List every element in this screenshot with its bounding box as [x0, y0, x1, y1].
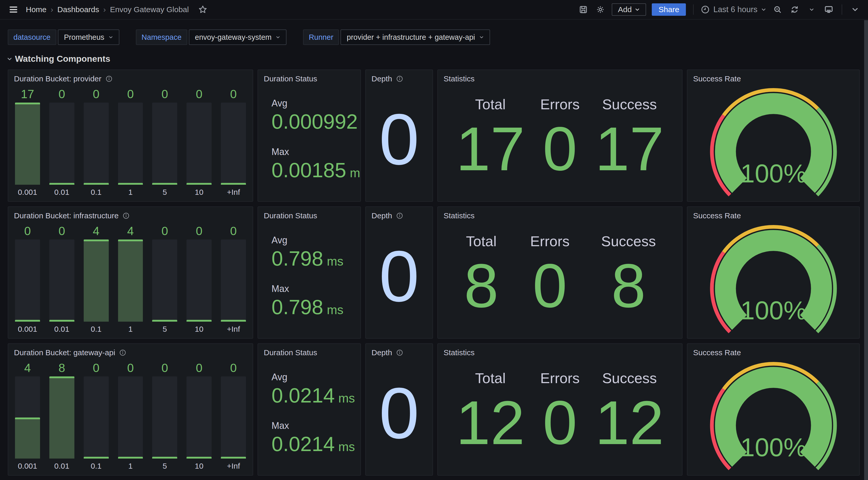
stat-success: Success17 [595, 85, 664, 201]
settings-gear-icon[interactable] [595, 4, 606, 15]
panel-statistics: Statistics Total8 Errors0 Success8 [437, 206, 683, 339]
star-favorite-icon[interactable] [197, 4, 209, 15]
panel-duration-status: Duration Status Avg 0.000992ms Max 0.001… [257, 69, 361, 202]
bar-column: 41 [118, 223, 143, 334]
panel-title[interactable]: Duration Status [264, 211, 317, 220]
max-stat: Max 0.00185ms [272, 147, 361, 182]
panel-title[interactable]: Duration Bucket: infrastructure [14, 211, 119, 220]
panel-title[interactable]: Depth [371, 348, 392, 357]
panel-title[interactable]: Duration Bucket: provider [14, 74, 101, 83]
stat-success: Success8 [601, 222, 656, 338]
top-nav-bar: Home › Dashboards › Envoy Gateway Global… [0, 0, 868, 20]
max-stat: Max 0.798ms [272, 283, 361, 319]
breadcrumb-separator: › [103, 5, 106, 14]
gauge-value: 100% [740, 296, 806, 325]
panel-title[interactable]: Duration Bucket: gateway-api [14, 348, 115, 357]
panel-duration-bucket-gateway-api: Duration Bucket: gateway-api 40.001 80.0… [8, 343, 253, 476]
info-icon[interactable] [119, 349, 126, 356]
bar-column: 05 [152, 87, 177, 197]
filter-runner: Runner provider + infrastructure + gatew… [303, 29, 490, 45]
zoom-out-icon[interactable] [772, 4, 783, 15]
add-button[interactable]: Add [612, 3, 646, 16]
clock-icon [701, 5, 710, 14]
info-icon[interactable] [106, 76, 113, 82]
avg-stat: Avg 0.798ms [272, 235, 361, 270]
breadcrumb-home[interactable]: Home [26, 5, 46, 14]
gauge-value: 100% [740, 159, 806, 188]
panel-title[interactable]: Statistics [443, 74, 474, 83]
panel-depth: Depth 0 [365, 206, 433, 339]
panel-statistics: Statistics Total12 Errors0 Success12 [437, 343, 683, 476]
time-range-picker[interactable]: Last 6 hours [701, 5, 766, 14]
bar-column: 40.001 [15, 360, 40, 471]
bar-column: 01 [118, 87, 143, 197]
bar-column: 01 [118, 360, 143, 471]
tv-kiosk-icon[interactable] [823, 4, 834, 15]
row-watching-components[interactable]: Watching Components [0, 45, 868, 64]
filter-namespace-value-text: envoy-gateway-system [195, 33, 272, 41]
panel-title[interactable]: Success Rate [693, 74, 741, 83]
chevron-down-icon [7, 56, 12, 62]
info-icon[interactable] [396, 76, 403, 82]
bar-gauge: 40.001 80.01 00.1 01 05 010 0+Inf [8, 359, 253, 475]
success-rate-gauge: 100% [700, 222, 847, 339]
collapse-topbar-chevron-icon[interactable] [849, 4, 861, 15]
filter-namespace: Namespace envoy-gateway-system [136, 29, 286, 45]
info-icon[interactable] [396, 212, 403, 219]
stat-success: Success12 [595, 359, 664, 475]
filter-datasource-value-text: Prometheus [64, 33, 104, 41]
refresh-icon[interactable] [789, 4, 800, 15]
panel-duration-bucket-provider: Duration Bucket: provider 170.001 00.01 … [8, 69, 253, 202]
section-title: Watching Components [15, 54, 110, 64]
bar-column: 010 [187, 223, 212, 334]
filter-runner-value-text: provider + infrastructure + gateway-api [347, 33, 475, 41]
save-dashboard-icon[interactable] [578, 4, 589, 15]
share-button[interactable]: Share [652, 3, 686, 16]
panel-success-rate: Success Rate 100% [687, 343, 860, 476]
panel-title[interactable]: Depth [371, 211, 392, 220]
bar-column: 010 [187, 360, 212, 471]
add-button-label: Add [618, 5, 632, 14]
panel-title[interactable]: Duration Status [264, 74, 317, 83]
breadcrumb: Home › Dashboards › Envoy Gateway Global [26, 5, 189, 14]
dashboard-grid: Duration Bucket: provider 170.001 00.01 … [0, 64, 868, 476]
stat-errors: Errors0 [540, 359, 580, 475]
depth-value: 0 [379, 240, 419, 312]
bar-column: 0+Inf [221, 360, 246, 471]
filter-datasource-label: datasource [8, 29, 56, 45]
success-rate-gauge: 100% [700, 359, 847, 476]
avg-stat: Avg 0.000992ms [272, 98, 361, 133]
variable-filters: datasource Prometheus Namespace envoy-ga… [0, 20, 868, 45]
panel-title[interactable]: Success Rate [693, 348, 741, 357]
depth-value: 0 [379, 103, 419, 175]
divider [693, 4, 693, 15]
gauge-value: 100% [740, 433, 806, 462]
refresh-interval-chevron-icon[interactable] [806, 4, 817, 15]
panel-depth: Depth 0 [365, 343, 433, 476]
panel-title[interactable]: Success Rate [693, 211, 741, 220]
filter-namespace-value[interactable]: envoy-gateway-system [189, 29, 287, 45]
info-icon[interactable] [123, 212, 129, 219]
panel-title[interactable]: Statistics [443, 348, 474, 357]
filter-runner-value[interactable]: provider + infrastructure + gateway-api [340, 29, 490, 45]
menu-icon[interactable] [8, 4, 19, 15]
bar-gauge: 00.001 00.01 40.1 41 05 010 0+Inf [8, 222, 253, 338]
bar-gauge: 170.001 00.01 00.1 01 05 010 0+Inf [8, 85, 253, 201]
bar-column: 010 [187, 87, 212, 197]
panel-title[interactable]: Statistics [443, 211, 474, 220]
filter-datasource: datasource Prometheus [8, 29, 119, 45]
chevron-down-icon [635, 7, 640, 12]
time-range-label: Last 6 hours [713, 5, 757, 14]
scrollbar-thumb[interactable] [864, 20, 868, 480]
panel-title[interactable]: Depth [371, 74, 392, 83]
depth-value: 0 [379, 377, 419, 449]
panel-duration-status: Duration Status Avg 0.0214ms Max 0.0214m… [257, 343, 361, 476]
filter-datasource-value[interactable]: Prometheus [58, 29, 119, 45]
avg-stat: Avg 0.0214ms [272, 372, 361, 408]
breadcrumb-dashboards[interactable]: Dashboards [57, 5, 99, 14]
bar-column: 05 [152, 223, 177, 334]
info-icon[interactable] [396, 349, 403, 356]
panel-duration-bucket-infrastructure: Duration Bucket: infrastructure 00.001 0… [8, 206, 253, 339]
panel-title[interactable]: Duration Status [264, 348, 317, 357]
bar-column: 05 [152, 360, 177, 471]
